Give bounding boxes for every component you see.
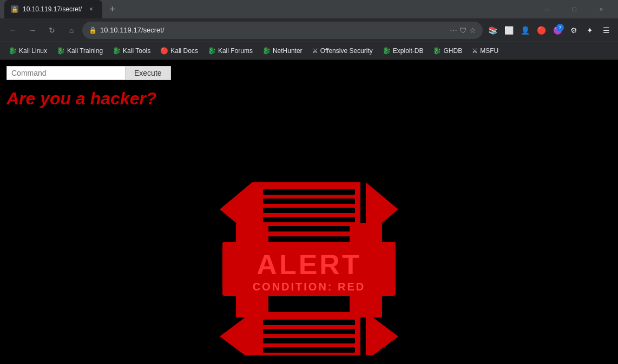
- bookmarks-bar: 🐉 Kali Linux 🐉 Kali Training 🐉 Kali Tool…: [0, 42, 618, 59]
- bookmark-kali-training[interactable]: 🐉 Kali Training: [52, 45, 107, 57]
- bookmark-kali-linux[interactable]: 🐉 Kali Linux: [4, 45, 51, 57]
- alert-text: ALERT: [257, 249, 361, 280]
- bookmark-label: GHDB: [443, 47, 462, 55]
- bookmark-kali-docs[interactable]: 🔴 Kali Docs: [156, 45, 202, 57]
- alert-graphic: ALERT CONDITION: RED: [6, 117, 612, 355]
- bookmark-label: Offensive Security: [320, 47, 373, 55]
- bookmark-kali-forums[interactable]: 🐉 Kali Forums: [203, 45, 257, 57]
- navigation-bar: ← → ↻ ⌂ 🔒 10.10.119.17/secret/ ⋯ 🛡 ☆ 📚 ⬜…: [0, 18, 618, 42]
- bookmark-ghdb[interactable]: 🐉 GHDB: [429, 45, 466, 57]
- svg-rect-15: [263, 320, 355, 325]
- svg-rect-3: [263, 198, 355, 204]
- ext-purple[interactable]: 🟣 7: [550, 23, 565, 38]
- kali-training-icon: 🐉: [57, 47, 65, 55]
- bookmark-label: Kali Forums: [218, 47, 253, 55]
- home-button[interactable]: ⌂: [63, 22, 80, 39]
- back-button[interactable]: ←: [4, 22, 22, 39]
- bookmark-icon[interactable]: ☆: [469, 26, 476, 35]
- bookmark-msfu[interactable]: ⚔ MSFU: [468, 45, 503, 57]
- bottom-shape: [220, 312, 398, 355]
- svg-rect-18: [263, 347, 355, 353]
- bookmark-label: Kali Docs: [170, 47, 198, 55]
- exploit-db-icon: 🐉: [383, 47, 391, 55]
- minimize-button[interactable]: —: [535, 0, 560, 18]
- svg-rect-17: [263, 338, 355, 343]
- msfu-icon: ⚔: [472, 47, 478, 55]
- close-button[interactable]: ×: [589, 0, 614, 18]
- ext-sparkle[interactable]: ✦: [582, 23, 597, 38]
- bookmark-exploit-db[interactable]: 🐉 Exploit-DB: [378, 45, 428, 57]
- page-heading: Are you a hacker?: [6, 89, 612, 109]
- active-tab[interactable]: 🔒 10.10.119.17/secret/ ×: [4, 0, 102, 18]
- tab-title: 10.10.119.17/secret/: [23, 5, 82, 13]
- ext-tab-manager[interactable]: ⬜: [501, 23, 516, 38]
- title-bar: 🔒 10.10.119.17/secret/ × + — □ ×: [0, 0, 618, 18]
- command-input[interactable]: [6, 66, 126, 80]
- nethunter-icon: 🐉: [262, 47, 271, 55]
- bookmark-label: MSFU: [480, 47, 498, 55]
- bookmark-kali-tools[interactable]: 🐉 Kali Tools: [108, 45, 155, 57]
- save-icon[interactable]: 🛡: [459, 26, 467, 35]
- tab-favicon: 🔒: [11, 5, 18, 13]
- ext-red[interactable]: 🔴: [534, 23, 549, 38]
- address-bar-icons: ⋯ 🛡 ☆: [450, 26, 476, 35]
- ext-badge: 7: [556, 24, 564, 31]
- svg-marker-14: [366, 312, 398, 355]
- kali-linux-icon: 🐉: [9, 47, 17, 55]
- execute-button[interactable]: Execute: [126, 66, 171, 80]
- svg-rect-2: [263, 189, 355, 195]
- svg-rect-5: [263, 217, 355, 222]
- forward-button[interactable]: →: [24, 22, 41, 39]
- command-form: Execute: [6, 66, 612, 80]
- url-text: 10.10.119.17/secret/: [100, 26, 446, 34]
- page-content: Execute Are you a hacker?: [0, 59, 618, 364]
- bookmark-label: Kali Training: [67, 47, 103, 55]
- bookmark-label: NetHunter: [273, 47, 303, 55]
- bookmark-nethunter[interactable]: 🐉 NetHunter: [258, 45, 307, 57]
- bookmark-label: Exploit-DB: [393, 47, 424, 55]
- svg-rect-16: [263, 329, 355, 334]
- tab-close-button[interactable]: ×: [86, 4, 96, 14]
- bookmark-label: Kali Linux: [19, 47, 47, 55]
- new-tab-button[interactable]: +: [104, 2, 120, 17]
- ext-account[interactable]: 👤: [517, 23, 532, 38]
- svg-rect-4: [263, 208, 355, 213]
- refresh-button[interactable]: ↻: [43, 22, 61, 39]
- ext-menu[interactable]: ☰: [599, 23, 614, 38]
- maximize-button[interactable]: □: [562, 0, 587, 18]
- offensive-security-icon: ⚔: [312, 47, 318, 55]
- condition-text: CONDITION: RED: [253, 281, 366, 293]
- ext-library[interactable]: 📚: [485, 23, 500, 38]
- address-bar[interactable]: 🔒 10.10.119.17/secret/ ⋯ 🛡 ☆: [82, 22, 483, 39]
- kali-docs-icon: 🔴: [160, 47, 168, 55]
- bookmark-label: Kali Tools: [123, 47, 150, 55]
- svg-rect-6: [263, 226, 355, 231]
- security-icon: 🔒: [89, 27, 97, 34]
- bookmark-offensive-security[interactable]: ⚔ Offensive Security: [308, 45, 377, 57]
- more-options-icon[interactable]: ⋯: [450, 26, 457, 35]
- extension-icons: 📚 ⬜ 👤 🔴 🟣 7 ⚙ ✦ ☰: [485, 23, 614, 38]
- window-controls: — □ ×: [535, 0, 614, 18]
- kali-tools-icon: 🐉: [113, 47, 121, 55]
- alert-svg: ALERT CONDITION: RED: [193, 117, 425, 355]
- ext-settings[interactable]: ⚙: [566, 23, 581, 38]
- tab-bar: 🔒 10.10.119.17/secret/ × +: [4, 0, 535, 18]
- kali-forums-icon: 🐉: [208, 47, 216, 55]
- ghdb-icon: 🐉: [433, 47, 441, 55]
